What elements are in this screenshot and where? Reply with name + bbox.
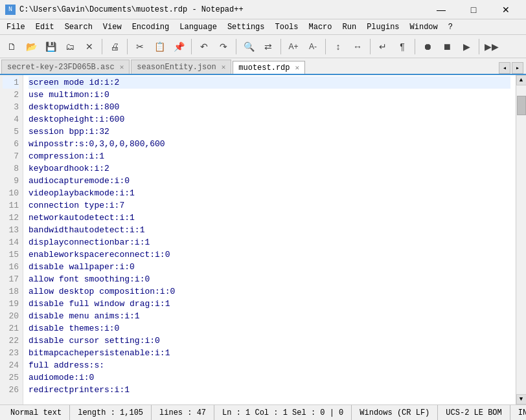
menu-encoding[interactable]: Encoding [127, 19, 175, 34]
scroll-thumb[interactable] [517, 96, 526, 115]
status-encoding: UCS-2 LE BOM [438, 405, 510, 420]
run-program-button[interactable]: ▶▶ [483, 38, 501, 56]
find-button[interactable]: 🔍 [240, 38, 258, 56]
toolbar: 🗋 📂 💾 🗂 ✕ 🖨 ✂ 📋 📌 ↶ ↷ 🔍 ⇄ A+ A- ↕ ↔ ↵ ¶ … [0, 35, 526, 58]
toolbar-sep-4 [236, 39, 236, 54]
code-container: 1234567891011121314151617181920212223242… [0, 75, 526, 404]
undo-button[interactable]: ↶ [195, 38, 213, 56]
toolbar-sep-1 [102, 39, 102, 54]
macro-stop-button[interactable]: ⏹ [438, 38, 456, 56]
macro-play-button[interactable]: ▶ [457, 38, 475, 56]
vertical-scrollbar[interactable]: ▲ ▼ [516, 75, 526, 404]
toolbar-sep-7 [370, 39, 371, 54]
menu-language[interactable]: Language [174, 19, 222, 34]
tab-nav-right: ◂ ▸ [499, 62, 526, 74]
save-all-button[interactable]: 🗂 [61, 38, 79, 56]
status-ins-mode: INS [510, 405, 526, 420]
code-editor[interactable]: screen mode id:i:2use multimon:i:0deskto… [23, 75, 516, 404]
menu-window[interactable]: Window [405, 19, 443, 34]
word-wrap-button[interactable]: ↵ [374, 38, 392, 56]
tab-close-muotest[interactable]: ✕ [295, 63, 300, 72]
sync-scroll-h-button[interactable]: ↔ [349, 38, 367, 56]
new-file-button[interactable]: 🗋 [3, 38, 21, 56]
menu-view[interactable]: View [98, 19, 127, 34]
menu-bar: File Edit Search View Encoding Language … [0, 19, 526, 35]
sync-scroll-v-button[interactable]: ↕ [329, 38, 347, 56]
toolbar-sep-3 [191, 39, 192, 54]
tab-close-secret-key[interactable]: ✕ [120, 63, 124, 71]
tab-label-season-entity: seasonEntity.json [137, 63, 216, 72]
status-line-ending: Windows (CR LF) [352, 405, 438, 420]
menu-settings[interactable]: Settings [222, 19, 270, 34]
tab-label-secret-key: secret-key-23FD065B.asc [7, 63, 115, 72]
menu-file[interactable]: File [1, 19, 30, 34]
title-bar: N C:\Users\Gavin\Documents\muotest.rdp -… [0, 0, 526, 19]
tab-muotest[interactable]: muotest.rdp ✕ [233, 61, 305, 75]
title-bar-left: N C:\Users\Gavin\Documents\muotest.rdp -… [5, 5, 244, 15]
menu-search[interactable]: Search [60, 19, 98, 34]
tabs-bar: secret-key-23FD065B.asc ✕ seasonEntity.j… [0, 58, 526, 75]
menu-macro[interactable]: Macro [304, 19, 337, 34]
maximize-button[interactable]: □ [459, 1, 488, 19]
line-numbers: 1234567891011121314151617181920212223242… [0, 75, 23, 404]
scroll-up-arrow[interactable]: ▲ [516, 75, 527, 85]
window-title: C:\Users\Gavin\Documents\muotest.rdp - N… [19, 5, 244, 14]
status-lines: lines : 47 [152, 405, 214, 420]
all-chars-button[interactable]: ¶ [393, 38, 411, 56]
toolbar-sep-2 [127, 39, 128, 54]
title-bar-controls: — □ ✕ [426, 1, 521, 19]
tab-nav-right-button[interactable]: ▸ [512, 62, 523, 74]
copy-button[interactable]: 📋 [150, 38, 168, 56]
tab-secret-key[interactable]: secret-key-23FD065B.asc ✕ [1, 60, 130, 74]
save-button[interactable]: 💾 [41, 38, 60, 56]
scroll-down-arrow[interactable]: ▼ [516, 394, 527, 404]
print-button[interactable]: 🖨 [106, 38, 124, 56]
tab-nav-left-button[interactable]: ◂ [499, 62, 510, 74]
toolbar-sep-6 [325, 39, 326, 54]
status-normal-text: Normal text [3, 405, 70, 420]
close-window-button[interactable]: ✕ [491, 1, 521, 19]
zoom-out-button[interactable]: A- [304, 38, 322, 56]
replace-button[interactable]: ⇄ [259, 38, 277, 56]
redo-button[interactable]: ↷ [214, 38, 233, 56]
zoom-in-button[interactable]: A+ [284, 38, 303, 56]
toolbar-sep-5 [280, 39, 281, 54]
status-position: Ln : 1 Col : 1 Sel : 0 | 0 [214, 405, 352, 420]
app-icon: N [5, 5, 16, 15]
menu-help[interactable]: ? [443, 19, 458, 34]
status-bar: Normal text length : 1,105 lines : 47 Ln… [0, 404, 526, 420]
close-button[interactable]: ✕ [80, 38, 98, 56]
tab-close-season-entity[interactable]: ✕ [222, 63, 226, 71]
macro-record-button[interactable]: ⏺ [418, 38, 437, 56]
paste-button[interactable]: 📌 [170, 38, 188, 56]
menu-run[interactable]: Run [337, 19, 362, 34]
open-file-button[interactable]: 📂 [22, 38, 40, 56]
minimize-button[interactable]: — [426, 1, 456, 19]
toolbar-sep-9 [479, 39, 479, 54]
menu-tools[interactable]: Tools [269, 19, 303, 34]
menu-edit[interactable]: Edit [30, 19, 60, 34]
tab-season-entity[interactable]: seasonEntity.json ✕ [131, 60, 231, 74]
status-length: length : 1,105 [70, 405, 152, 420]
cut-button[interactable]: ✂ [131, 38, 149, 56]
toolbar-sep-8 [415, 39, 415, 54]
menu-plugins[interactable]: Plugins [361, 19, 404, 34]
tab-label-muotest: muotest.rdp [238, 63, 290, 72]
